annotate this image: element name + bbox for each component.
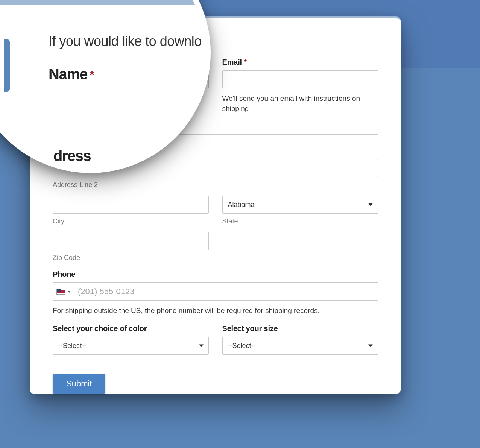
color-label: Select your choice of color [53, 324, 209, 333]
us-flag-icon [56, 289, 65, 295]
zip-sublabel: Zip Code [53, 254, 209, 262]
zip-input[interactable] [53, 232, 209, 250]
lens-address-fragment: dress [53, 147, 91, 164]
required-asterisk: * [90, 68, 94, 82]
color-size-row: Select your choice of color --Select-- S… [53, 324, 378, 355]
email-help: We'll send you an email with instruction… [222, 94, 378, 114]
phone-label: Phone [53, 270, 378, 279]
phone-input[interactable] [53, 282, 378, 301]
lens-name-input [49, 91, 211, 120]
email-label: Email * [222, 58, 378, 67]
country-flag-selector[interactable] [56, 289, 71, 295]
submit-button[interactable]: Submit [53, 374, 105, 394]
address-line2-sublabel: Address Line 2 [53, 181, 378, 189]
state-sublabel: State [222, 217, 378, 225]
lens-card-left-edge [4, 39, 10, 92]
email-input[interactable] [222, 70, 378, 88]
phone-help: For shipping outside the US, the phone n… [53, 306, 378, 316]
color-select[interactable]: --Select-- [53, 337, 209, 355]
state-select[interactable]: Alabama [222, 196, 378, 214]
chevron-down-icon [68, 291, 71, 293]
phone-section: Phone For shipping outside the US, the p… [53, 270, 378, 316]
size-label: Select your size [222, 324, 378, 333]
lens-name-label: Name* [49, 66, 205, 83]
lens-intro-text: If you would like to downlo [49, 33, 205, 49]
email-col: Email * We'll send you an email with ins… [222, 58, 378, 114]
size-select[interactable]: --Select-- [222, 337, 378, 355]
lens-card-top-stripe [0, 0, 205, 5]
city-input[interactable] [53, 196, 209, 214]
city-sublabel: City [53, 217, 209, 225]
required-asterisk: * [244, 58, 247, 66]
